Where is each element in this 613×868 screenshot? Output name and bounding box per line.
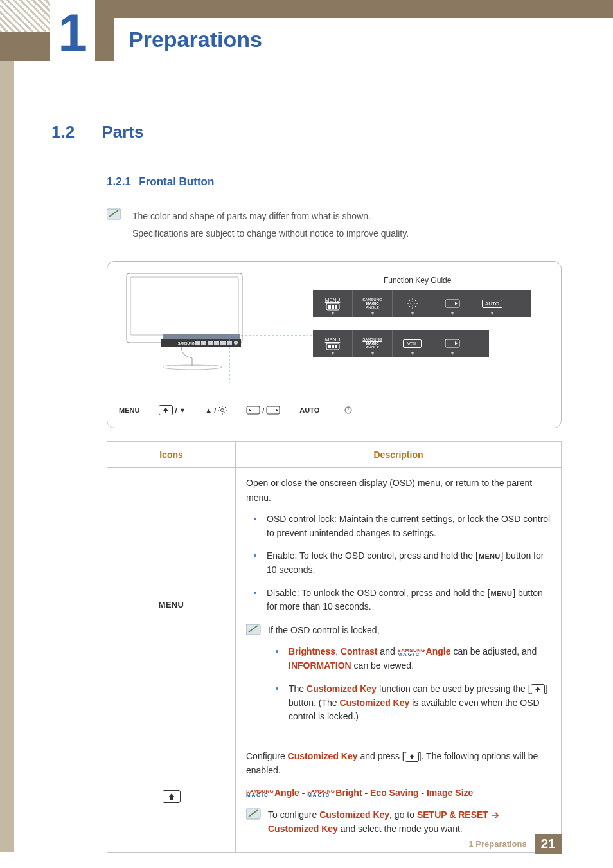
corner-hatch — [0, 0, 51, 32]
locked-bullet-1: Brightness, Contrast and SAMSUNGMAGICAng… — [271, 645, 551, 673]
menu-enable-text: Enable: To lock the OSD control, press a… — [249, 549, 551, 577]
note-text: The color and shape of parts may differ … — [132, 208, 562, 242]
key-source: ▾ — [432, 290, 472, 317]
section-title: Parts — [102, 122, 143, 141]
guide-row-1: MENU▾ SAMSUNGMAGICANGLE▾ ▾ ▾ AUTO▾ — [313, 290, 531, 317]
icon-cell-menu: MENU — [107, 468, 236, 741]
arrow-right-icon — [491, 812, 500, 818]
button-label-row: MENU /▼ ▲/ / AUTO — [119, 393, 549, 419]
key-brightness: ▾ — [393, 290, 432, 317]
note-icon — [107, 208, 122, 242]
svg-line-39 — [225, 412, 226, 413]
chapter-title-band: Preparations — [114, 18, 613, 61]
samsung-magic-icon: SAMSUNGMAGIC — [398, 649, 425, 656]
subsection-number: 1.2.1 — [107, 176, 131, 188]
menu-bullet-list: OSD control lock: Maintain the current s… — [246, 512, 551, 614]
key-source-2: ▾ — [432, 330, 472, 357]
desc-cell-menu: Open or close the onscreen display (OSD)… — [236, 468, 562, 741]
svg-text:SAMSUNG: SAMSUNG — [178, 341, 195, 345]
svg-rect-31 — [335, 345, 337, 348]
section-heading: 1.2 Parts — [51, 122, 562, 142]
note-icon — [246, 808, 262, 822]
subsection-title: Frontal Button — [139, 176, 214, 188]
subsection-heading: 1.2.1 Frontal Button — [107, 176, 562, 188]
function-key-guide-label: Function Key Guide — [384, 276, 451, 285]
header-icons: Icons — [107, 442, 236, 468]
svg-line-25 — [415, 300, 416, 301]
options-line: SAMSUNGMAGICAngle - SAMSUNGMAGICBright -… — [246, 786, 551, 800]
samsung-magic-icon: SAMSUNGMAGIC — [246, 790, 274, 797]
page-footer: 1 Preparations 21 — [468, 834, 562, 854]
table-header-row: Icons Description — [107, 442, 562, 468]
svg-rect-2 — [130, 277, 238, 335]
svg-point-18 — [411, 302, 414, 305]
note-icon — [246, 623, 262, 638]
btn-menu-label: MENU — [119, 406, 139, 414]
svg-rect-1 — [127, 273, 242, 343]
svg-line-24 — [415, 306, 416, 307]
menu-icon-label: MENU — [158, 600, 184, 610]
svg-rect-17 — [335, 305, 337, 309]
up-arrow-icon — [163, 790, 181, 803]
locked-bullets: Brightness, Contrast and SAMSUNGMAGICAng… — [268, 645, 551, 723]
svg-line-23 — [409, 300, 410, 301]
svg-rect-29 — [328, 345, 331, 348]
note-block: The color and shape of parts may differ … — [107, 208, 562, 242]
svg-line-26 — [409, 306, 410, 307]
btn-up-bright-icon: ▲/ — [205, 406, 227, 415]
key-samsung-magic-angle: SAMSUNGMAGICANGLE▾ — [353, 290, 393, 317]
footer-chapter: 1 Preparations — [468, 839, 526, 849]
section-number: 1.2 — [51, 122, 99, 142]
configure-text: Configure Customized Key and press []. T… — [246, 749, 551, 778]
header-description: Description — [236, 442, 562, 468]
svg-rect-7 — [201, 341, 206, 345]
svg-rect-3 — [163, 334, 240, 339]
key-menu: MENU▾ — [313, 290, 353, 317]
svg-rect-8 — [208, 341, 213, 345]
btn-source-icon: / — [246, 406, 280, 415]
button-diagram: SAMSUNG Function Key Guide MENU▾ SAMSUNG… — [107, 261, 562, 428]
configure-note-text: To configure Customized Key, go to SETUP… — [268, 808, 551, 836]
svg-rect-16 — [332, 305, 334, 309]
svg-rect-10 — [220, 341, 226, 345]
key-samsung-magic-angle-2: SAMSUNGMAGICANGLE▾ — [353, 330, 393, 357]
svg-rect-30 — [332, 345, 334, 348]
key-vol: VOL▾ — [393, 330, 432, 357]
icons-table: Icons Description MENU Open or close the… — [107, 441, 562, 853]
locked-note: If the OSD control is locked, Brightness… — [246, 623, 551, 733]
up-arrow-icon — [531, 684, 545, 694]
menu-tag-icon: MENU — [478, 551, 501, 562]
note-line-1: The color and shape of parts may differ … — [132, 208, 562, 225]
chapter-title: Preparations — [129, 27, 262, 52]
btn-custom-down-icon: /▼ — [159, 405, 186, 415]
table-row-menu: MENU Open or close the onscreen display … — [107, 468, 562, 741]
btn-power-icon — [344, 405, 353, 415]
callout-line — [229, 334, 313, 392]
key-auto: AUTO▾ — [472, 290, 512, 317]
btn-auto-label: AUTO — [299, 406, 319, 414]
locked-bullet-2: The Customized Key function can be used … — [271, 682, 551, 724]
up-arrow-icon — [405, 752, 419, 762]
menu-disable-text: Disable: To unlock the OSD control, pres… — [249, 586, 551, 614]
samsung-magic-icon: SAMSUNGMAGIC — [307, 790, 335, 797]
menu-open-text: Open or close the onscreen display (OSD)… — [246, 476, 551, 505]
svg-line-38 — [219, 407, 220, 408]
note-line-2: Specifications are subject to change wit… — [132, 225, 562, 242]
svg-rect-6 — [195, 341, 200, 345]
menu-tag-icon: MENU — [490, 588, 513, 599]
guide-row-2: MENU▾ SAMSUNGMAGICANGLE▾ VOL▾ ▾ — [313, 330, 489, 357]
svg-rect-9 — [214, 341, 219, 345]
svg-line-41 — [219, 412, 220, 413]
locked-intro: If the OSD control is locked, — [268, 623, 551, 637]
chapter-number-box: 1 — [50, 0, 95, 66]
icon-cell-custom — [107, 741, 236, 852]
menu-lock-text: OSD control lock: Maintain the current s… — [249, 512, 551, 540]
svg-rect-15 — [328, 305, 331, 309]
footer-page-number: 21 — [535, 834, 562, 854]
svg-point-33 — [221, 408, 224, 411]
svg-line-40 — [225, 407, 226, 408]
key-menu-2: MENU▾ — [313, 330, 353, 357]
page-content: 1.2 Parts 1.2.1 Frontal Button The color… — [51, 122, 562, 853]
left-sidebar — [0, 61, 14, 852]
chapter-number: 1 — [58, 6, 87, 59]
